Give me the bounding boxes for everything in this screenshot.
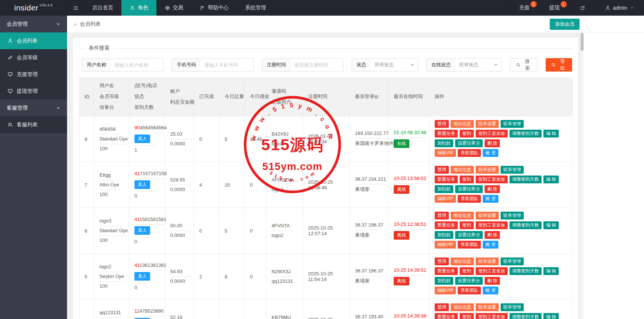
op-delete-button[interactable]: 删 除 bbox=[485, 185, 500, 193]
op-set-credit-button[interactable]: 设置信誉分 bbox=[455, 231, 483, 239]
op-order-setting-button[interactable]: 联单设置 bbox=[476, 166, 499, 174]
op-reset-task-button[interactable]: 重置任务 bbox=[435, 313, 458, 319]
op-add-deduct-button[interactable]: 加扣款 bbox=[435, 185, 453, 193]
nav-tab-trade[interactable]: 交易 bbox=[156, 0, 191, 16]
op-adjust-signin-days-button[interactable]: 调整签到天数 bbox=[510, 176, 542, 183]
op-signin-button[interactable]: 签到 bbox=[460, 267, 474, 275]
nav-tab-help-center[interactable]: 帮助中心 bbox=[191, 0, 237, 16]
op-edit-vip-button[interactable]: 编辑VIP bbox=[435, 195, 456, 203]
op-set-credit-button[interactable]: 设置信誉分 bbox=[455, 139, 483, 147]
op-edit-button[interactable]: 编 辑 bbox=[543, 176, 559, 183]
op-edit-button[interactable]: 编 辑 bbox=[543, 221, 559, 229]
ip-location: 柬埔寨 bbox=[355, 276, 377, 287]
sidebar-item-member-list[interactable]: 会员列表 bbox=[0, 32, 67, 49]
op-edit-button[interactable]: 编 辑 bbox=[543, 267, 559, 275]
nav-tab-home[interactable]: 后台首页 bbox=[84, 0, 121, 16]
op-signin-salary-button[interactable]: 签到工资发放 bbox=[476, 221, 508, 229]
op-add-deduct-button[interactable]: 加扣款 bbox=[435, 277, 453, 285]
op-delete-button[interactable]: 删 除 bbox=[485, 139, 500, 147]
regtime-input[interactable] bbox=[291, 59, 343, 71]
op-edit-vip-button[interactable]: 编辑VIP bbox=[435, 241, 456, 249]
op-view-team-button[interactable]: 查看团队 bbox=[458, 287, 481, 294]
op-adjust-signin-days-button[interactable]: 调整签到天数 bbox=[510, 313, 542, 319]
refresh-button[interactable] bbox=[570, 0, 595, 16]
op-signin-salary-button[interactable]: 签到工资发放 bbox=[476, 267, 508, 275]
op-view-team-button[interactable]: 查看团队 bbox=[458, 195, 481, 203]
op-disable-button[interactable]: 禁用 bbox=[435, 303, 449, 311]
op-add-deduct-button[interactable]: 加扣款 bbox=[435, 231, 453, 239]
op-delete-button[interactable]: 删 除 bbox=[485, 231, 500, 239]
op-reset-task-button[interactable]: 重置任务 bbox=[435, 176, 458, 183]
username-input[interactable] bbox=[111, 59, 164, 71]
op-delete-button[interactable]: 删 除 bbox=[485, 277, 500, 285]
op-balance-change-button[interactable]: 账 变 bbox=[483, 241, 498, 249]
username-input-group: 用户名称 bbox=[82, 58, 164, 72]
op-adjust-signin-days-button[interactable]: 调整签到天数 bbox=[510, 267, 542, 275]
op-add-deduct-button[interactable]: 加扣款 bbox=[435, 139, 453, 147]
op-view-team-button[interactable]: 查看团队 bbox=[458, 149, 481, 157]
sidebar-group-header[interactable]: 会员管理 bbox=[0, 16, 67, 32]
op-disable-button[interactable]: 禁用 bbox=[435, 166, 449, 174]
op-order-setting-button[interactable]: 联单设置 bbox=[476, 120, 499, 128]
sidebar-item-withdraw-manage[interactable]: 提现管理 bbox=[0, 83, 67, 100]
op-order-manage-button[interactable]: 联单管理 bbox=[501, 258, 524, 265]
op-order-manage-button[interactable]: 联单管理 bbox=[501, 166, 524, 174]
nav-tab-system[interactable]: 系统管理 bbox=[237, 0, 274, 16]
vertical-scrollbar[interactable] bbox=[580, 33, 584, 319]
op-signin-salary-button[interactable]: 签到工资发放 bbox=[476, 130, 508, 138]
withdraw-nav[interactable]: 提现 1 bbox=[539, 0, 570, 16]
op-adjust-signin-days-button[interactable]: 调整签到天数 bbox=[510, 221, 542, 229]
op-edit-vip-button[interactable]: 编辑VIP bbox=[435, 149, 456, 157]
menu-toggle-button[interactable] bbox=[67, 0, 84, 16]
op-address-info-button[interactable]: 地址信息 bbox=[451, 303, 474, 311]
nav-tab-roles[interactable]: 角色 bbox=[121, 0, 156, 16]
phone-input[interactable] bbox=[200, 59, 253, 71]
op-signin-button[interactable]: 签到 bbox=[460, 313, 474, 319]
op-set-credit-button[interactable]: 设置信誉分 bbox=[455, 185, 483, 193]
op-edit-button[interactable]: 编 辑 bbox=[543, 313, 559, 319]
op-balance-change-button[interactable]: 账 变 bbox=[483, 195, 498, 203]
sidebar-item-service-list[interactable]: 客服列表 bbox=[0, 116, 67, 133]
phone-input-group: 手机号码 bbox=[172, 58, 253, 72]
sidebar-item-recharge-manage[interactable]: 充值管理 bbox=[0, 66, 67, 83]
op-balance-change-button[interactable]: 账 变 bbox=[483, 149, 498, 157]
op-reset-task-button[interactable]: 重置任务 bbox=[435, 221, 458, 229]
search-button[interactable]: 搜 索 bbox=[510, 58, 537, 72]
online-status-select[interactable]: 所有状态 bbox=[455, 59, 501, 71]
op-address-info-button[interactable]: 地址信息 bbox=[451, 258, 474, 265]
op-signin-button[interactable]: 签到 bbox=[460, 176, 474, 183]
op-order-setting-button[interactable]: 联单设置 bbox=[476, 258, 499, 265]
op-order-manage-button[interactable]: 联单管理 bbox=[501, 212, 524, 219]
sidebar-group-header[interactable]: 客服管理 bbox=[0, 100, 67, 116]
op-address-info-button[interactable]: 地址信息 bbox=[451, 166, 474, 174]
op-balance-change-button[interactable]: 账 变 bbox=[483, 287, 498, 294]
status-select[interactable]: 所有状态 bbox=[371, 59, 418, 71]
admin-menu[interactable]: admin bbox=[595, 0, 644, 16]
op-edit-button[interactable]: 编 辑 bbox=[543, 130, 559, 138]
sidebar-item-member-level[interactable]: 会员等级 bbox=[0, 49, 67, 66]
op-address-info-button[interactable]: 地址信息 bbox=[451, 212, 474, 219]
export-button[interactable]: 导 出 bbox=[546, 58, 572, 72]
cell-invite: B42X9J logo3 bbox=[266, 116, 303, 162]
recharge-nav[interactable]: 充值 3 bbox=[509, 0, 539, 16]
op-reset-task-button[interactable]: 重置任务 bbox=[435, 267, 458, 275]
op-edit-vip-button[interactable]: 编辑VIP bbox=[435, 287, 456, 294]
op-order-manage-button[interactable]: 联单管理 bbox=[501, 303, 524, 311]
op-signin-salary-button[interactable]: 签到工资发放 bbox=[476, 176, 508, 183]
op-signin-button[interactable]: 签到 bbox=[460, 130, 474, 138]
op-disable-button[interactable]: 禁用 bbox=[435, 258, 449, 265]
op-set-credit-button[interactable]: 设置信誉分 bbox=[455, 277, 483, 285]
op-signin-salary-button[interactable]: 签到工资发放 bbox=[476, 313, 508, 319]
scrollbar-thumb[interactable] bbox=[581, 33, 584, 51]
add-member-button[interactable]: 添加会员 bbox=[550, 19, 580, 30]
op-address-info-button[interactable]: 地址信息 bbox=[451, 120, 474, 128]
op-order-setting-button[interactable]: 联单设置 bbox=[476, 212, 499, 219]
op-disable-button[interactable]: 禁用 bbox=[435, 212, 449, 219]
op-order-manage-button[interactable]: 联单管理 bbox=[501, 120, 524, 128]
op-disable-button[interactable]: 禁用 bbox=[435, 120, 449, 128]
op-view-team-button[interactable]: 查看团队 bbox=[458, 241, 481, 249]
op-adjust-signin-days-button[interactable]: 调整签到天数 bbox=[510, 130, 542, 138]
op-signin-button[interactable]: 签到 bbox=[460, 221, 474, 229]
op-order-setting-button[interactable]: 联单设置 bbox=[476, 303, 499, 311]
op-reset-task-button[interactable]: 重置任务 bbox=[435, 130, 458, 138]
